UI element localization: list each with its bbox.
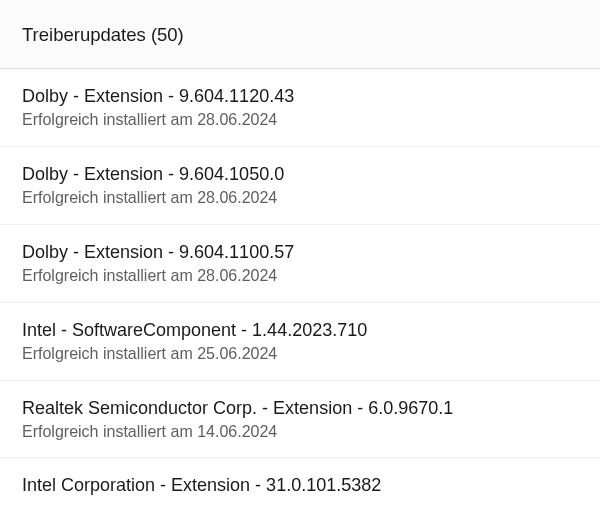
updates-list: Dolby - Extension - 9.604.1120.43 Erfolg… [0,69,600,513]
list-item[interactable]: Dolby - Extension - 9.604.1120.43 Erfolg… [0,69,600,147]
update-title: Dolby - Extension - 9.604.1120.43 [22,84,578,108]
update-status: Erfolgreich installiert am 25.06.2024 [22,343,578,365]
list-item[interactable]: Dolby - Extension - 9.604.1100.57 Erfolg… [0,225,600,303]
section-title: Treiberupdates (50) [22,24,184,45]
update-title: Dolby - Extension - 9.604.1050.0 [22,162,578,186]
list-item[interactable]: Realtek Semiconductor Corp. - Extension … [0,381,600,459]
section-header: Treiberupdates (50) [0,0,600,68]
update-title: Intel - SoftwareComponent - 1.44.2023.71… [22,318,578,342]
update-status: Erfolgreich installiert am 28.06.2024 [22,187,578,209]
update-title: Dolby - Extension - 9.604.1100.57 [22,240,578,264]
update-status: Erfolgreich installiert am 28.06.2024 [22,265,578,287]
list-item[interactable]: Dolby - Extension - 9.604.1050.0 Erfolgr… [0,147,600,225]
list-item[interactable]: Intel - SoftwareComponent - 1.44.2023.71… [0,303,600,381]
update-title: Realtek Semiconductor Corp. - Extension … [22,396,578,420]
update-title: Intel Corporation - Extension - 31.0.101… [22,473,578,497]
update-status: Erfolgreich installiert am 14.06.2024 [22,421,578,443]
list-item[interactable]: Intel Corporation - Extension - 31.0.101… [0,458,600,513]
update-status: Erfolgreich installiert am 28.06.2024 [22,109,578,131]
